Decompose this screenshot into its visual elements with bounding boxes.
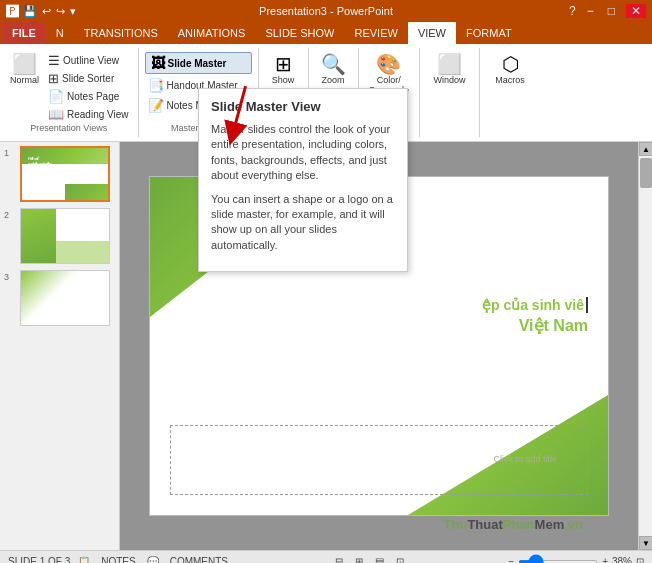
thumb-deco-left-2 <box>21 209 56 263</box>
watermark-thuat: Thuat <box>467 517 502 532</box>
slide-num-2: 2 <box>4 210 16 220</box>
window-icon: ⬜ <box>437 54 462 74</box>
zoom-percent: 38% <box>612 556 632 563</box>
slide-img-2[interactable] <box>20 208 110 264</box>
outline-icon: ☰ <box>48 53 60 68</box>
slide-thumb-1[interactable]: 1 Hồ sơnghề nghiệpcủa sinh viên <box>4 146 115 202</box>
watermark-phan: Phan <box>503 517 535 532</box>
window-title: Presentation3 - PowerPoint <box>259 5 393 17</box>
right-scrollbar[interactable]: ▲ ▼ <box>638 142 652 550</box>
popup-para2: You can insert a shape or a logo on a sl… <box>211 192 395 254</box>
tab-slideshow[interactable]: SLIDE SHOW <box>255 22 344 44</box>
redo-quick-btn[interactable]: ↪ <box>56 5 65 18</box>
scroll-track <box>639 156 652 536</box>
save-quick-btn[interactable]: 💾 <box>23 5 37 18</box>
fit-window-btn[interactable]: ⊡ <box>636 556 644 563</box>
color-icon: 🎨 <box>376 54 401 74</box>
watermark-vn: .vn <box>564 517 583 532</box>
zoom-in-btn[interactable]: + <box>602 556 608 563</box>
slide-sorter-btn[interactable]: ⊞ Slide Sorter <box>45 70 132 87</box>
show-label: Show <box>272 75 295 85</box>
slide-num-1: 1 <box>4 148 16 158</box>
tab-view[interactable]: VIEW <box>408 22 456 44</box>
slide-master-icon: 🖼 <box>151 55 165 71</box>
zoom-out-btn[interactable]: − <box>508 556 514 563</box>
notes-master-icon: 📝 <box>148 98 164 113</box>
window-btn[interactable]: ⬜ Window <box>430 52 470 87</box>
tab-review[interactable]: REVIEW <box>344 22 407 44</box>
window-label: Window <box>434 75 466 85</box>
slide-img-1[interactable]: Hồ sơnghề nghiệpcủa sinh viên <box>20 146 110 202</box>
slide-img-3[interactable] <box>20 270 110 326</box>
slide-thumb-3[interactable]: 3 <box>4 270 115 326</box>
scroll-up-btn[interactable]: ▲ <box>639 142 652 156</box>
slide-master-label: Slide Master <box>168 58 227 69</box>
window-controls: ? − □ ✕ <box>569 4 646 18</box>
status-bar: SLIDE 1 OF 3 📋 NOTES 💬 COMMENTS ⊟ ⊞ ▤ ⊡ … <box>0 550 652 563</box>
macros-group: ⬡ Macros <box>480 48 540 137</box>
slide-master-popup: Slide Master View Master slides control … <box>198 88 408 272</box>
view-reading-btn[interactable]: ▤ <box>375 556 384 563</box>
normal-view-btn[interactable]: ⬜ Normal <box>6 52 43 87</box>
slide-content-placeholder[interactable]: Click to add title <box>170 425 588 495</box>
macros-btn[interactable]: ⬡ Macros <box>491 52 529 87</box>
maximize-btn[interactable]: □ <box>605 4 618 18</box>
undo-quick-btn[interactable]: ↩ <box>42 5 51 18</box>
app-icon: 🅿 <box>6 4 19 19</box>
slide-click-hint: Click to add title <box>493 454 557 464</box>
slide-info: SLIDE 1 OF 3 <box>8 556 70 563</box>
notes-page-btn[interactable]: 📄 Notes Page <box>45 88 132 105</box>
pres-views-top: ⬜ Normal ☰ Outline View ⊞ Slide Sorter 📄… <box>6 52 132 123</box>
popup-title: Slide Master View <box>211 99 395 114</box>
customize-quick-btn[interactable]: ▾ <box>70 5 76 18</box>
notes-page-label: Notes Page <box>67 91 119 102</box>
slide-text-line1: ệp của sinh viê <box>482 297 588 314</box>
tab-home[interactable]: N <box>46 22 74 44</box>
slide-num-3: 3 <box>4 272 16 282</box>
macros-icon: ⬡ <box>502 54 519 74</box>
close-btn[interactable]: ✕ <box>626 4 646 18</box>
popup-para1: Master slides control the look of your e… <box>211 122 395 184</box>
slide-thumb-2[interactable]: 2 <box>4 208 115 264</box>
zoom-slider[interactable] <box>518 560 598 564</box>
handout-icon: 📑 <box>148 78 164 93</box>
slide-master-btn[interactable]: 🖼 Slide Master <box>145 52 252 74</box>
thumb-deco-3 <box>21 271 109 325</box>
scroll-down-btn[interactable]: ▼ <box>639 536 652 550</box>
zoom-icon: 🔍 <box>321 54 346 74</box>
status-center: ⊟ ⊞ ▤ ⊡ <box>335 556 404 563</box>
title-bar: 🅿 💾 ↩ ↪ ▾ Presentation3 - PowerPoint ? −… <box>0 0 652 22</box>
quick-access-toolbar: 💾 ↩ ↪ ▾ <box>23 5 76 18</box>
title-bar-left: 🅿 💾 ↩ ↪ ▾ <box>6 4 76 19</box>
comments-status-btn[interactable]: COMMENTS <box>167 556 231 563</box>
tab-format[interactable]: FORMAT <box>456 22 522 44</box>
slide-notes-icon: 📋 <box>78 556 90 563</box>
zoom-label: Zoom <box>322 75 345 85</box>
watermark: ThuThuatPhanMem.vn <box>444 517 583 532</box>
outline-view-btn[interactable]: ☰ Outline View <box>45 52 132 69</box>
reading-icon: 📖 <box>48 107 64 122</box>
tab-animations[interactable]: ANIMATIONS <box>168 22 256 44</box>
normal-icon: ⬜ <box>12 54 37 74</box>
reading-view-btn[interactable]: 📖 Reading View <box>45 106 132 123</box>
macros-label: Macros <box>495 75 525 85</box>
zoom-btn[interactable]: 🔍 Zoom <box>315 52 351 87</box>
status-right: − + 38% ⊡ <box>508 556 644 563</box>
show-btn[interactable]: ⊞ Show <box>265 52 301 87</box>
ribbon-tabs: FILE N TRANSITIONS ANIMATIONS SLIDE SHOW… <box>0 22 652 44</box>
tab-file[interactable]: FILE <box>2 22 46 44</box>
tab-transitions[interactable]: TRANSITIONS <box>74 22 168 44</box>
minimize-btn[interactable]: − <box>584 4 597 18</box>
help-btn[interactable]: ? <box>569 4 576 18</box>
notes-page-icon: 📄 <box>48 89 64 104</box>
view-normal-btn[interactable]: ⊟ <box>335 556 343 563</box>
notes-status-btn[interactable]: NOTES <box>98 556 138 563</box>
slide-panel: 1 Hồ sơnghề nghiệpcủa sinh viên 2 3 <box>0 142 120 550</box>
view-slideshow-btn[interactable]: ⊡ <box>396 556 404 563</box>
slide-sorter-icon: ⊞ <box>48 71 59 86</box>
thumb-text-1: Hồ sơnghề nghiệpcủa sinh viên <box>28 156 54 172</box>
scroll-thumb[interactable] <box>640 158 652 188</box>
presentation-views-group: ⬜ Normal ☰ Outline View ⊞ Slide Sorter 📄… <box>0 48 139 137</box>
comment-icon: 💬 <box>147 556 159 563</box>
view-sorter-btn[interactable]: ⊞ <box>355 556 363 563</box>
